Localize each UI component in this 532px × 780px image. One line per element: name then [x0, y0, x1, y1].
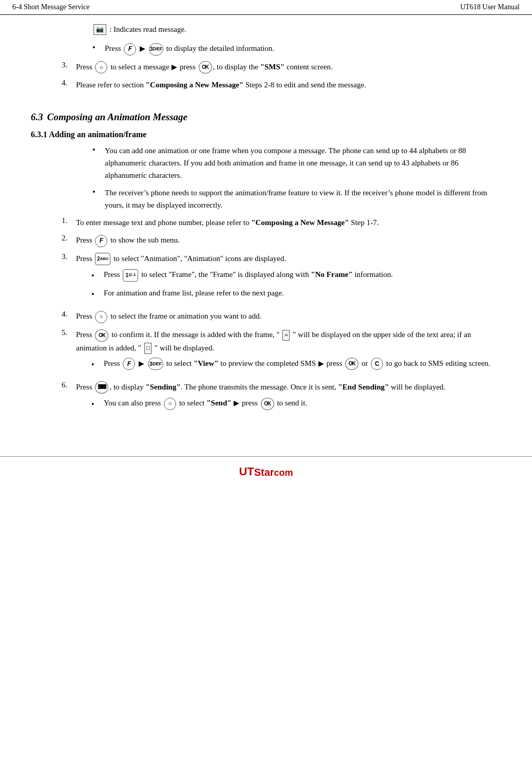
bullet-press-f3: • Press F ▶ 3DEF to display the detailed… [92, 42, 501, 55]
step-3-num: 3. [62, 61, 76, 69]
anim-step-5-num: 5. [62, 328, 76, 337]
composing-new-ref2: "Composing a New Message" [251, 218, 349, 227]
press-label: Press [105, 44, 123, 52]
key-select-msg[interactable]: ○ [95, 61, 107, 73]
subsection-631: 6.3.1 Adding an animation/frame [31, 130, 501, 139]
section-6-3-heading: 6.3 Composing an Animation Message [31, 100, 501, 127]
key-nav-step6[interactable]: ○ [164, 398, 176, 410]
anim-step6-sub1: • You can also press ○ to select "Send" … [91, 397, 501, 411]
step-4-num: 4. [62, 79, 76, 87]
anim-step-2-num: 2. [62, 234, 76, 243]
header-right: UT618 User Manual [460, 3, 520, 11]
section-63-number: 6.3 [31, 112, 43, 123]
key-ok-step3[interactable]: OK [199, 61, 212, 73]
key-2abc[interactable]: 2ABC [95, 253, 110, 265]
no-frame-label: "No Frame" [311, 270, 352, 278]
indicates-text: : Indicates read message. [109, 25, 186, 34]
bullet-dot-1: • [92, 145, 100, 155]
page-divider [0, 456, 532, 457]
anim-step3-sub2: • For animation and frame list, please r… [91, 287, 501, 301]
view-label: "View" [194, 359, 219, 367]
bullet-dot-5s: • [91, 358, 99, 372]
indicates-line: 📷 : Indicates read message. [92, 24, 501, 35]
read-message-icon: 📷 [93, 24, 106, 35]
anim-step-4: 4. Press ○ to select the frame or animat… [62, 310, 501, 323]
anim-step-4-content: Press ○ to select the frame or animation… [76, 310, 501, 323]
sms-label: "SMS" [260, 63, 285, 71]
bullet-dot-s2: • [91, 288, 99, 301]
section-63-title: Composing an Animation Message [47, 112, 187, 123]
header-left: 6-4 Short Message Service [12, 3, 89, 11]
anim-step3-sub2-text: For animation and frame list, please ref… [104, 287, 284, 299]
bullet-item-f3: • Press F ▶ 3DEF to display the detailed… [92, 42, 501, 55]
logo-star: Star [254, 467, 274, 478]
key-1[interactable]: 1@.1 [123, 269, 138, 282]
anim-step-5: 5. Press OK to confirm it. If the messag… [62, 328, 501, 376]
arrow-step6: ▶ [234, 399, 239, 407]
key-f-step2[interactable]: F [95, 235, 107, 247]
step-4-content: Please refer to section "Composing a New… [76, 79, 501, 91]
anim-step6-sub1-text: You can also press ○ to select "Send" ▶ … [104, 397, 307, 410]
composing-new-ref: "Composing a New Message" [146, 81, 243, 89]
anim1-text: You can add one animation or one frame w… [105, 144, 501, 181]
logo-ut: UT [239, 465, 254, 478]
key-send-step6[interactable]: ⌨ [95, 381, 108, 394]
anim-step-1-content: To enter message text and phone number, … [76, 216, 501, 229]
anim-step-2: 2. Press F to show the sub menu. [62, 234, 501, 247]
bullet-dot-2: • [92, 188, 100, 197]
anim-step-6: 6. Press ⌨, to display "Sending". The ph… [62, 381, 501, 415]
bullet-anim1: • You can add one animation or one frame… [92, 144, 501, 181]
ut-starcom-logo: UT Star com [239, 465, 293, 478]
anim-step3-sub1: • Press 1@.1 to select "Frame", the "Fra… [91, 268, 501, 283]
step-4: 4. Please refer to section "Composing a … [62, 79, 501, 91]
anim-step-3-content: Press 2ABC to select "Animation", "Anima… [76, 252, 501, 305]
key-f[interactable]: F [124, 43, 136, 55]
f3-text-after: to display the detailed information. [166, 44, 274, 52]
anim-step-6-content: Press ⌨, to display "Sending". The phone… [76, 381, 501, 415]
arrow-step5b: ▶ [318, 360, 324, 367]
anim-step5-sub1: • Press F ▶ 3DEF to select "View" to pre… [91, 357, 501, 372]
step-3-content: Press ○ to select a message ▶ press OK, … [76, 61, 501, 74]
anim-icon: □ [144, 343, 152, 354]
footer: UT Star com [0, 462, 532, 484]
anim-step-3-num: 3. [62, 252, 76, 261]
arrow-step5: ▶ [139, 360, 144, 367]
bullet-dot-6s: • [91, 398, 99, 411]
anim-step-6-num: 6. [62, 381, 76, 389]
step-3: 3. Press ○ to select a message ▶ press O… [62, 61, 501, 74]
key-ok-step5[interactable]: OK [95, 329, 108, 342]
anim-step5-sub1-text: Press F ▶ 3DEF to select "View" to previ… [104, 357, 490, 370]
anim-step3-sub1-text: Press 1@.1 to select "Frame", the "Frame… [104, 268, 393, 282]
main-content: 📷 : Indicates read message. • Press F ▶ … [0, 15, 532, 441]
key-ok-step5b[interactable]: OK [345, 358, 358, 370]
logo-com: com [274, 468, 293, 478]
bullet-dot: • [92, 43, 100, 52]
send-label: "Send" [206, 399, 231, 407]
key-select-frame[interactable]: ○ [95, 311, 107, 323]
anim-step-5-content: Press OK to confirm it. If the message i… [76, 328, 501, 376]
bullet-f3-text: Press F ▶ 3DEF to display the detailed i… [105, 42, 274, 55]
key-3def-step5[interactable]: 3DEF [148, 358, 163, 370]
subsection-631-heading: 6.3.1 Adding an animation/frame [31, 130, 146, 139]
key-f-step5[interactable]: F [123, 358, 135, 370]
anim-step-4-num: 4. [62, 310, 76, 319]
arrow-right-icon: ▶ [140, 45, 145, 52]
end-sending-label: "End Sending" [338, 383, 389, 391]
anim-step-1: 1. To enter message text and phone numbe… [62, 216, 501, 229]
anim-step-1-num: 1. [62, 216, 76, 225]
arrow-step3: ▶ [172, 63, 179, 71]
key-c-step5[interactable]: C [371, 358, 383, 370]
bullet-item-anim1: • You can add one animation or one frame… [92, 144, 501, 181]
page-header: 6-4 Short Message Service UT618 User Man… [0, 0, 532, 15]
anim-step-3: 3. Press 2ABC to select "Animation", "An… [62, 252, 501, 305]
bullet-item-anim2: • The receiver’s phone needs to support … [92, 187, 501, 211]
frame-icon: ≡ [282, 330, 290, 341]
key-3def[interactable]: 3DEF [149, 43, 163, 55]
bullet-dot-s1: • [91, 269, 99, 283]
bullet-anim2: • The receiver’s phone needs to support … [92, 187, 501, 211]
key-ok-step6[interactable]: OK [261, 398, 274, 410]
anim-step-2-content: Press F to show the sub menu. [76, 234, 501, 247]
page: 6-4 Short Message Service UT618 User Man… [0, 0, 532, 780]
anim2-text: The receiver’s phone needs to support th… [105, 187, 501, 211]
sending-label: "Sending" [145, 383, 180, 391]
